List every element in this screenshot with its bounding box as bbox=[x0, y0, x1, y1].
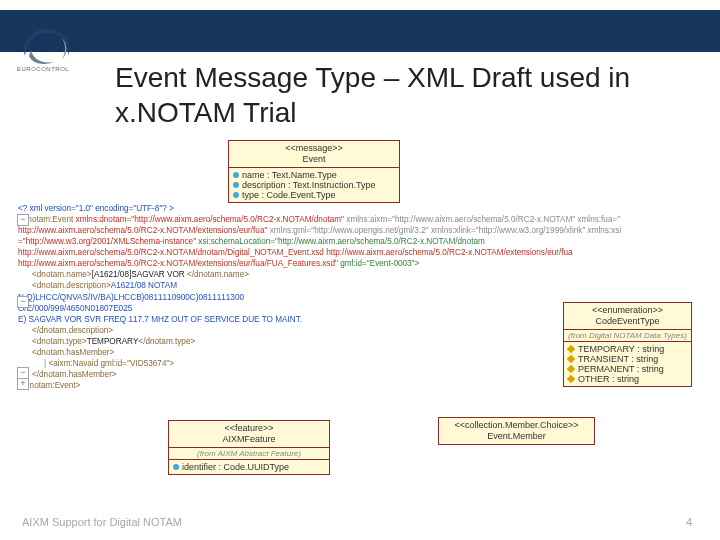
xml-line: O/E/000/999/4650N01807E025 bbox=[18, 303, 513, 314]
attr-icon bbox=[173, 464, 179, 470]
stereotype-label: <<feature>> bbox=[173, 423, 325, 434]
xml-line: | <aixm:Navaid gml:id="VID53674"> bbox=[18, 358, 513, 369]
enum-icon bbox=[567, 355, 575, 363]
attr-label: type : Code.Event.Type bbox=[242, 190, 336, 200]
xml-line: <dnotam.name>[A1621/08]SAGVAR VOR </dnot… bbox=[18, 269, 513, 280]
attr-icon bbox=[233, 172, 239, 178]
swirl-icon bbox=[18, 26, 76, 66]
xml-line: http://www.aixm.aero/schema/5.0/RC2-x.NO… bbox=[18, 247, 513, 258]
enum-item: PERMANENT : string bbox=[578, 364, 664, 374]
slide-title: Event Message Type – XML Draft used in x… bbox=[115, 60, 635, 130]
classifier-name: AIXMFeature bbox=[173, 434, 325, 445]
uml-feature-box: <<feature>> AIXMFeature (from AIXM Abstr… bbox=[168, 420, 330, 475]
header-bar bbox=[0, 10, 720, 52]
xml-line: http://www.aixm.aero/schema/5.0/RC2-x.NO… bbox=[18, 258, 513, 269]
xml-line: N Q)LHCC/QNVAS/IV/BA)LHCCB)0811110900C)0… bbox=[18, 292, 513, 303]
xml-line: E) SAGVAR VOR SVR FREQ 117.7 MHZ OUT OF … bbox=[18, 314, 513, 325]
xml-line: </dnotam.description> bbox=[18, 325, 513, 336]
uml-collection-box: <<collection.Member.Choice>> Event.Membe… bbox=[438, 417, 595, 445]
xml-line: <dnotam.type>TEMPORARY</dnotam.type> bbox=[18, 336, 513, 347]
enum-icon bbox=[567, 365, 575, 373]
eurocontrol-logo bbox=[18, 26, 76, 66]
xml-line: </dnotam:Event> bbox=[18, 380, 513, 391]
attr-label: name : Text.Name.Type bbox=[242, 170, 337, 180]
org-name: EUROCONTROL bbox=[17, 66, 69, 72]
page-number: 4 bbox=[686, 516, 692, 528]
xml-line: <dnotam.hasMember> bbox=[18, 347, 513, 358]
attr-icon bbox=[233, 182, 239, 188]
footer-text: AIXM Support for Digital NOTAM bbox=[22, 516, 182, 528]
uml-message-box: <<message>> Event name : Text.Name.Type … bbox=[228, 140, 400, 203]
xml-line: <dnotam:Event xmlns:dnotam="http://www.a… bbox=[18, 214, 513, 225]
attr-label: description : Text.Instruction.Type bbox=[242, 180, 375, 190]
stereotype-label: <<collection.Member.Choice>> bbox=[443, 420, 590, 431]
xml-line: <? xml version="1.0" encoding="UTF-8"? > bbox=[18, 203, 513, 214]
fold-minus-icon[interactable]: − bbox=[17, 296, 29, 308]
classifier-name: CodeEventType bbox=[568, 316, 687, 327]
from-note: (from AIXM Abstract Feature) bbox=[169, 448, 329, 460]
enum-icon bbox=[567, 375, 575, 383]
from-note: (from Digital NOTAM Data Types) bbox=[564, 330, 691, 342]
xml-line: </dnotam.hasMember> bbox=[18, 369, 513, 380]
classifier-name: Event bbox=[233, 154, 395, 165]
stereotype-label: <<enumeration>> bbox=[568, 305, 687, 316]
enum-item: TRANSIENT : string bbox=[578, 354, 658, 364]
uml-enum-box: <<enumeration>> CodeEventType (from Digi… bbox=[563, 302, 692, 387]
enum-icon bbox=[567, 345, 575, 353]
classifier-name: Event.Member bbox=[443, 431, 590, 442]
xml-line: <dnotam.description>A1621/08 NOTAM bbox=[18, 280, 513, 291]
attr-icon bbox=[233, 192, 239, 198]
xml-line: ="http://www.w3.org/2001/XMLSchema-insta… bbox=[18, 236, 513, 247]
xml-code-pane: − − − + <? xml version="1.0" encoding="U… bbox=[18, 203, 513, 399]
xml-line: http://www.aixm.aero/schema/5.0/RC2-x.NO… bbox=[18, 225, 513, 236]
stereotype-label: <<message>> bbox=[233, 143, 395, 154]
attr-label: identifier : Code.UUIDType bbox=[182, 462, 289, 472]
enum-item: TEMPORARY : string bbox=[578, 344, 664, 354]
enum-item: OTHER : string bbox=[578, 374, 639, 384]
fold-plus-icon[interactable]: + bbox=[17, 378, 29, 390]
fold-minus-icon[interactable]: − bbox=[17, 214, 29, 226]
